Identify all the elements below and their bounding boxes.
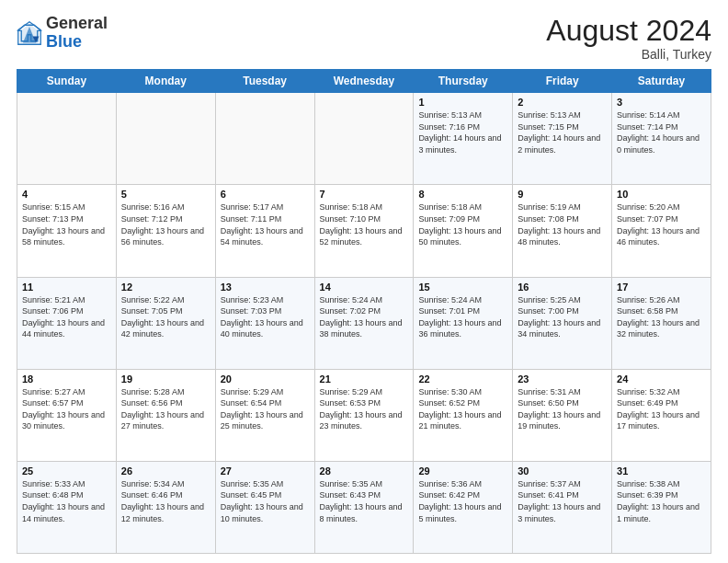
weekday-header-sunday: Sunday bbox=[17, 70, 117, 93]
day-info: Sunrise: 5:14 AMSunset: 7:14 PMDaylight:… bbox=[617, 109, 706, 155]
calendar-cell: 28Sunrise: 5:35 AMSunset: 6:43 PMDayligh… bbox=[314, 461, 414, 553]
day-info: Sunrise: 5:27 AMSunset: 6:57 PMDaylight:… bbox=[22, 386, 111, 432]
calendar-cell: 13Sunrise: 5:23 AMSunset: 7:03 PMDayligh… bbox=[215, 277, 314, 369]
calendar-cell bbox=[17, 93, 117, 185]
title-block: August 2024 Balli, Turkey bbox=[546, 15, 711, 62]
calendar-cell: 3Sunrise: 5:14 AMSunset: 7:14 PMDaylight… bbox=[612, 93, 711, 185]
day-number: 14 bbox=[320, 282, 409, 293]
logo: General Blue bbox=[17, 15, 108, 52]
day-number: 31 bbox=[617, 465, 706, 477]
day-number: 26 bbox=[121, 465, 210, 477]
calendar-cell: 1Sunrise: 5:13 AMSunset: 7:16 PMDaylight… bbox=[414, 93, 513, 185]
calendar-cell: 8Sunrise: 5:18 AMSunset: 7:09 PMDaylight… bbox=[414, 185, 513, 277]
day-number: 18 bbox=[22, 373, 111, 385]
day-number: 16 bbox=[518, 282, 607, 293]
calendar-cell: 7Sunrise: 5:18 AMSunset: 7:10 PMDaylight… bbox=[314, 185, 414, 277]
day-number: 15 bbox=[418, 282, 507, 293]
weekday-header-monday: Monday bbox=[116, 70, 215, 93]
calendar-cell: 14Sunrise: 5:24 AMSunset: 7:02 PMDayligh… bbox=[314, 277, 414, 369]
day-info: Sunrise: 5:26 AMSunset: 6:58 PMDaylight:… bbox=[617, 294, 706, 340]
day-info: Sunrise: 5:35 AMSunset: 6:45 PMDaylight:… bbox=[221, 478, 310, 524]
day-number: 23 bbox=[518, 373, 607, 385]
calendar-cell: 2Sunrise: 5:13 AMSunset: 7:15 PMDaylight… bbox=[513, 93, 612, 185]
day-info: Sunrise: 5:17 AMSunset: 7:11 PMDaylight:… bbox=[221, 201, 310, 247]
day-number: 13 bbox=[221, 282, 310, 293]
day-info: Sunrise: 5:24 AMSunset: 7:01 PMDaylight:… bbox=[418, 294, 507, 340]
calendar-cell: 15Sunrise: 5:24 AMSunset: 7:01 PMDayligh… bbox=[414, 277, 513, 369]
calendar-table: SundayMondayTuesdayWednesdayThursdayFrid… bbox=[17, 69, 711, 554]
day-number: 21 bbox=[320, 373, 409, 385]
day-info: Sunrise: 5:30 AMSunset: 6:52 PMDaylight:… bbox=[418, 386, 507, 432]
calendar-cell: 18Sunrise: 5:27 AMSunset: 6:57 PMDayligh… bbox=[17, 369, 117, 461]
day-number: 24 bbox=[617, 373, 706, 385]
calendar-cell: 17Sunrise: 5:26 AMSunset: 6:58 PMDayligh… bbox=[612, 277, 711, 369]
calendar-cell: 16Sunrise: 5:25 AMSunset: 7:00 PMDayligh… bbox=[513, 277, 612, 369]
calendar-cell: 29Sunrise: 5:36 AMSunset: 6:42 PMDayligh… bbox=[414, 461, 513, 553]
day-number: 6 bbox=[221, 189, 310, 200]
calendar-cell: 10Sunrise: 5:20 AMSunset: 7:07 PMDayligh… bbox=[612, 185, 711, 277]
calendar-cell: 27Sunrise: 5:35 AMSunset: 6:45 PMDayligh… bbox=[215, 461, 314, 553]
day-info: Sunrise: 5:23 AMSunset: 7:03 PMDaylight:… bbox=[221, 294, 310, 340]
weekday-header-row: SundayMondayTuesdayWednesdayThursdayFrid… bbox=[17, 70, 711, 93]
weekday-header-tuesday: Tuesday bbox=[215, 70, 314, 93]
day-info: Sunrise: 5:24 AMSunset: 7:02 PMDaylight:… bbox=[320, 294, 409, 340]
week-row-4: 18Sunrise: 5:27 AMSunset: 6:57 PMDayligh… bbox=[17, 369, 711, 461]
page: General Blue August 2024 Balli, Turkey S… bbox=[0, 0, 728, 563]
day-info: Sunrise: 5:33 AMSunset: 6:48 PMDaylight:… bbox=[22, 478, 111, 524]
day-number: 4 bbox=[22, 189, 111, 200]
day-info: Sunrise: 5:36 AMSunset: 6:42 PMDaylight:… bbox=[418, 478, 507, 524]
day-number: 20 bbox=[221, 373, 310, 385]
calendar-cell: 12Sunrise: 5:22 AMSunset: 7:05 PMDayligh… bbox=[116, 277, 215, 369]
day-number: 19 bbox=[121, 373, 210, 385]
month-year: August 2024 bbox=[546, 15, 711, 47]
calendar-cell: 26Sunrise: 5:34 AMSunset: 6:46 PMDayligh… bbox=[116, 461, 215, 553]
day-info: Sunrise: 5:18 AMSunset: 7:10 PMDaylight:… bbox=[320, 201, 409, 247]
calendar-cell: 21Sunrise: 5:29 AMSunset: 6:53 PMDayligh… bbox=[314, 369, 414, 461]
calendar-cell: 5Sunrise: 5:16 AMSunset: 7:12 PMDaylight… bbox=[116, 185, 215, 277]
day-number: 1 bbox=[418, 97, 507, 108]
calendar-cell: 23Sunrise: 5:31 AMSunset: 6:50 PMDayligh… bbox=[513, 369, 612, 461]
day-number: 7 bbox=[320, 189, 409, 200]
day-number: 10 bbox=[617, 189, 706, 200]
day-info: Sunrise: 5:13 AMSunset: 7:15 PMDaylight:… bbox=[518, 109, 607, 155]
header: General Blue August 2024 Balli, Turkey bbox=[17, 15, 711, 62]
calendar-cell: 31Sunrise: 5:38 AMSunset: 6:39 PMDayligh… bbox=[612, 461, 711, 553]
day-info: Sunrise: 5:18 AMSunset: 7:09 PMDaylight:… bbox=[418, 201, 507, 247]
location: Balli, Turkey bbox=[546, 47, 711, 62]
day-info: Sunrise: 5:38 AMSunset: 6:39 PMDaylight:… bbox=[617, 478, 706, 524]
day-number: 22 bbox=[418, 373, 507, 385]
day-info: Sunrise: 5:34 AMSunset: 6:46 PMDaylight:… bbox=[121, 478, 210, 524]
calendar-cell: 9Sunrise: 5:19 AMSunset: 7:08 PMDaylight… bbox=[513, 185, 612, 277]
calendar-cell bbox=[215, 93, 314, 185]
day-number: 17 bbox=[617, 282, 706, 293]
calendar-cell bbox=[314, 93, 414, 185]
calendar-cell: 25Sunrise: 5:33 AMSunset: 6:48 PMDayligh… bbox=[17, 461, 117, 553]
calendar-cell: 24Sunrise: 5:32 AMSunset: 6:49 PMDayligh… bbox=[612, 369, 711, 461]
day-number: 2 bbox=[518, 97, 607, 108]
calendar-cell: 19Sunrise: 5:28 AMSunset: 6:56 PMDayligh… bbox=[116, 369, 215, 461]
calendar-cell: 30Sunrise: 5:37 AMSunset: 6:41 PMDayligh… bbox=[513, 461, 612, 553]
calendar-cell: 11Sunrise: 5:21 AMSunset: 7:06 PMDayligh… bbox=[17, 277, 117, 369]
day-number: 3 bbox=[617, 97, 706, 108]
week-row-1: 1Sunrise: 5:13 AMSunset: 7:16 PMDaylight… bbox=[17, 93, 711, 185]
day-info: Sunrise: 5:20 AMSunset: 7:07 PMDaylight:… bbox=[617, 201, 706, 247]
day-number: 11 bbox=[22, 282, 111, 293]
week-row-3: 11Sunrise: 5:21 AMSunset: 7:06 PMDayligh… bbox=[17, 277, 711, 369]
day-info: Sunrise: 5:29 AMSunset: 6:54 PMDaylight:… bbox=[221, 386, 310, 432]
day-info: Sunrise: 5:15 AMSunset: 7:13 PMDaylight:… bbox=[22, 201, 111, 247]
day-info: Sunrise: 5:28 AMSunset: 6:56 PMDaylight:… bbox=[121, 386, 210, 432]
day-number: 29 bbox=[418, 465, 507, 477]
day-number: 28 bbox=[320, 465, 409, 477]
calendar-cell bbox=[116, 93, 215, 185]
day-info: Sunrise: 5:13 AMSunset: 7:16 PMDaylight:… bbox=[418, 109, 507, 155]
calendar-cell: 22Sunrise: 5:30 AMSunset: 6:52 PMDayligh… bbox=[414, 369, 513, 461]
day-number: 9 bbox=[518, 189, 607, 200]
week-row-2: 4Sunrise: 5:15 AMSunset: 7:13 PMDaylight… bbox=[17, 185, 711, 277]
calendar-cell: 4Sunrise: 5:15 AMSunset: 7:13 PMDaylight… bbox=[17, 185, 117, 277]
day-info: Sunrise: 5:21 AMSunset: 7:06 PMDaylight:… bbox=[22, 294, 111, 340]
weekday-header-wednesday: Wednesday bbox=[314, 70, 414, 93]
logo-icon bbox=[17, 20, 42, 46]
day-number: 30 bbox=[518, 465, 607, 477]
day-info: Sunrise: 5:37 AMSunset: 6:41 PMDaylight:… bbox=[518, 478, 607, 524]
day-info: Sunrise: 5:35 AMSunset: 6:43 PMDaylight:… bbox=[320, 478, 409, 524]
